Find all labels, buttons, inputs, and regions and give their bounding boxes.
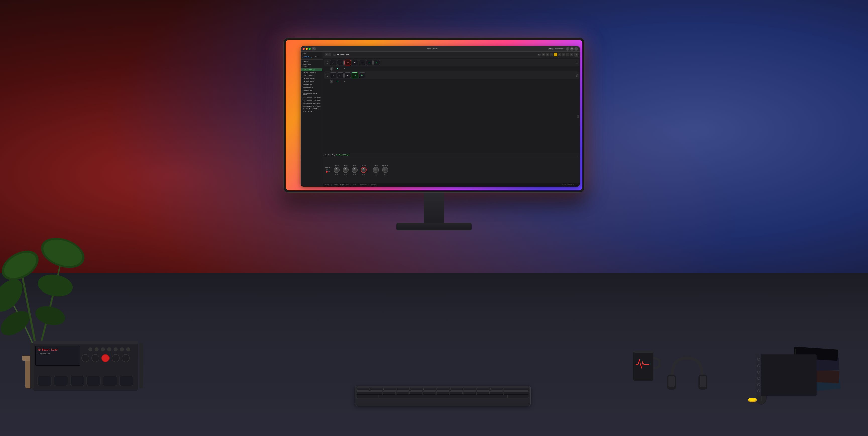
treble-knob[interactable] (361, 167, 367, 173)
mi-button[interactable]: MI (538, 54, 541, 56)
amp-item-ca12clean50tweed[interactable]: CA 12Star Clean 50W Tweed (301, 102, 322, 105)
key[interactable] (490, 391, 503, 394)
panel-collapse-icon[interactable]: ▲ (325, 154, 327, 156)
slot-d[interactable]: D (554, 53, 557, 57)
key[interactable] (383, 388, 396, 391)
slot-h[interactable]: H (570, 53, 574, 57)
amp-item-ca12drive50normal[interactable]: CA 12Star Drive 50W Normal (301, 105, 322, 107)
block-amp-1[interactable]: — (359, 60, 366, 65)
amp-item-ca15clean100[interactable]: CA 15Star Clean 100W Normal (301, 92, 322, 96)
sidebar-tab-guitar[interactable]: GUITAR (302, 56, 312, 58)
block-drive-2[interactable]: ▭ (337, 72, 344, 78)
status-midi[interactable]: MIDI (353, 184, 356, 186)
amp-item-ca15clean50tweed1[interactable]: CA 15Star Clean 50W Tweed (301, 96, 322, 99)
sidebar-tab-bass[interactable]: BASS (312, 56, 322, 58)
key[interactable] (477, 388, 490, 391)
block-tuner-1[interactable]: ♪ (330, 60, 336, 65)
amp-item-britplexi50patch[interactable]: Brit Plexi 50 Patch (301, 80, 322, 83)
nav-next[interactable]: › (328, 53, 331, 56)
close-button[interactable] (303, 48, 305, 50)
settings-button[interactable]: ⚙ (570, 47, 574, 51)
amp-item-britplexi100normal[interactable]: Brit Plexi 100 Normal (301, 71, 322, 74)
amp-item-brittm45patch[interactable]: Brit TM45 Patch (301, 89, 322, 92)
signal-chains: In 1 ♪ ∿ ▭ (323, 58, 580, 153)
amp-item-caduo[interactable]: CA Duo Ch2 Modern (301, 110, 322, 113)
key[interactable] (356, 388, 369, 391)
bass-knob[interactable] (343, 167, 349, 173)
amp-item-britplexi100bright[interactable]: Brit Plexi 100 Bright (301, 68, 322, 71)
key[interactable] (409, 391, 423, 394)
key[interactable] (507, 395, 529, 398)
traffic-lights (303, 48, 311, 50)
block-tuner-2[interactable]: ♪ (330, 72, 336, 78)
key[interactable] (463, 391, 476, 394)
slot-e[interactable]: E (558, 53, 561, 57)
block-drive-1[interactable]: ▭ (344, 60, 351, 65)
key[interactable] (437, 388, 450, 391)
amp-item-brittm45bright[interactable]: Brit TM45 Bright (301, 83, 322, 86)
volume-knob[interactable] (334, 167, 340, 173)
key[interactable] (436, 391, 449, 394)
key[interactable] (370, 388, 383, 391)
bright-option-off[interactable]: Off (326, 171, 330, 173)
status-tuner[interactable]: TUNER (325, 184, 329, 186)
minimize-button[interactable] (306, 48, 308, 50)
amp-item-brit2203[interactable]: Brit 2203 (301, 60, 322, 63)
amp-item-britplexi100patch[interactable]: Brit Plexi 100 Patch (301, 74, 322, 77)
maximize-button[interactable] (309, 48, 311, 50)
amp-item-brittm45normal[interactable]: Brit TM45 Normal (301, 86, 322, 89)
amp-item-ca15clean50tweed2[interactable]: CA 15Star Clean 50W Tweed (301, 99, 322, 102)
key[interactable] (397, 388, 410, 391)
status-osc[interactable]: OSC VIEW (361, 184, 367, 186)
key[interactable] (410, 388, 423, 391)
key[interactable] (504, 388, 529, 391)
panel-menu-icon[interactable]: ⋯ (577, 154, 579, 156)
key[interactable] (464, 388, 476, 391)
tab-grid[interactable]: GRID (548, 48, 554, 50)
svg-point-34 (88, 347, 92, 351)
search-button[interactable]: ⌕ (566, 47, 569, 51)
slot-b[interactable]: B (546, 53, 549, 57)
key[interactable] (356, 395, 378, 398)
grid-options-button[interactable]: ⊞ (575, 53, 579, 57)
spacebar[interactable] (379, 395, 507, 398)
key[interactable] (396, 391, 409, 394)
key[interactable] (450, 391, 463, 394)
slot-f[interactable]: F (562, 53, 565, 57)
block-eq-2[interactable]: ✦ (344, 72, 351, 78)
slot-g[interactable]: G (566, 53, 569, 57)
amp-item-britplexi50normal[interactable]: Brit Plexi 50 Normal (301, 77, 322, 80)
block-ir-2[interactable]: ↻ (359, 72, 366, 78)
slot-c[interactable]: C (550, 53, 553, 57)
amp-item-brit900lead[interactable]: Brit 900 Lead (301, 66, 322, 68)
keyboard[interactable] (355, 386, 531, 406)
status-tap[interactable]: TAP (346, 184, 349, 186)
key[interactable] (356, 391, 382, 394)
add-block-btn-2[interactable]: + (330, 80, 333, 83)
block-filter-1[interactable]: ∿ (337, 60, 344, 65)
key[interactable] (382, 391, 396, 394)
block-eq-1[interactable]: ✦ (352, 60, 358, 65)
block-mod-1[interactable]: ↻ (373, 60, 380, 65)
gain-knob[interactable] (373, 167, 379, 173)
grid-view-button[interactable]: ⊞ (575, 47, 578, 51)
tab-directory[interactable]: DIRECTORY (554, 48, 565, 50)
key[interactable] (424, 388, 436, 391)
block-amp-2[interactable]: ∿ (352, 72, 358, 78)
key[interactable] (450, 388, 463, 391)
amp-item-brit900clean[interactable]: Brit 900 Clean (301, 63, 322, 65)
output-knob[interactable] (382, 167, 388, 173)
key[interactable] (503, 391, 529, 394)
status-tempo[interactable]: TEMPO (334, 184, 338, 186)
nav-prev[interactable]: ‹ (325, 53, 328, 56)
block-ir-1[interactable]: ∿ (366, 60, 373, 65)
key[interactable] (423, 391, 436, 394)
key[interactable] (477, 391, 490, 394)
amp-item-ca12drive50tweed[interactable]: CA 12Star Drive 50W Tweed (301, 108, 322, 110)
slot-a[interactable]: A (542, 53, 545, 57)
bass-value: 0.72 (344, 174, 347, 175)
bright-option-on[interactable] (326, 169, 330, 171)
mid-knob[interactable] (352, 167, 358, 173)
add-block-btn-1[interactable]: + (330, 67, 333, 71)
key[interactable] (490, 388, 503, 391)
